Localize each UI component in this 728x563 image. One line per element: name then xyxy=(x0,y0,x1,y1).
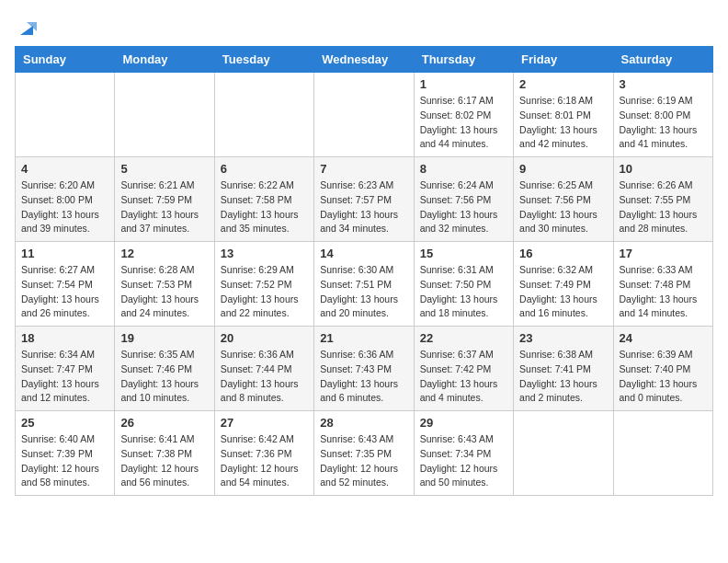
calendar-cell: 4Sunrise: 6:20 AMSunset: 8:00 PMDaylight… xyxy=(16,157,115,242)
calendar-cell: 19Sunrise: 6:35 AMSunset: 7:46 PMDayligh… xyxy=(115,327,214,411)
calendar-cell: 20Sunrise: 6:36 AMSunset: 7:44 PMDayligh… xyxy=(214,327,313,411)
calendar-cell: 10Sunrise: 6:26 AMSunset: 7:55 PMDayligh… xyxy=(613,157,712,242)
calendar-cell: 24Sunrise: 6:39 AMSunset: 7:40 PMDayligh… xyxy=(613,327,712,411)
calendar-cell xyxy=(613,411,712,496)
day-info: Sunrise: 6:38 AMSunset: 7:41 PMDaylight:… xyxy=(519,348,607,406)
day-number: 25 xyxy=(21,416,108,430)
calendar-cell: 3Sunrise: 6:19 AMSunset: 8:00 PMDaylight… xyxy=(613,73,712,157)
day-info: Sunrise: 6:40 AMSunset: 7:39 PMDaylight:… xyxy=(21,432,108,490)
day-info: Sunrise: 6:30 AMSunset: 7:51 PMDaylight:… xyxy=(320,263,407,321)
calendar-cell xyxy=(514,411,613,496)
calendar-cell: 18Sunrise: 6:34 AMSunset: 7:47 PMDayligh… xyxy=(16,327,115,411)
day-info: Sunrise: 6:20 AMSunset: 8:00 PMDaylight:… xyxy=(21,178,108,236)
calendar-cell: 21Sunrise: 6:36 AMSunset: 7:43 PMDayligh… xyxy=(314,327,414,411)
calendar-cell: 15Sunrise: 6:31 AMSunset: 7:50 PMDayligh… xyxy=(414,242,513,327)
calendar-cell: 12Sunrise: 6:28 AMSunset: 7:53 PMDayligh… xyxy=(115,242,214,327)
day-number: 3 xyxy=(620,77,707,91)
weekday-header-thursday: Thursday xyxy=(414,47,513,73)
calendar-cell: 23Sunrise: 6:38 AMSunset: 7:41 PMDayligh… xyxy=(514,327,613,411)
day-info: Sunrise: 6:17 AMSunset: 8:02 PMDaylight:… xyxy=(420,94,507,152)
day-info: Sunrise: 6:36 AMSunset: 7:43 PMDaylight:… xyxy=(320,348,407,406)
day-number: 6 xyxy=(221,162,308,176)
day-number: 1 xyxy=(420,77,507,91)
day-number: 15 xyxy=(420,247,507,260)
calendar-cell: 27Sunrise: 6:42 AMSunset: 7:36 PMDayligh… xyxy=(214,411,313,496)
day-info: Sunrise: 6:23 AMSunset: 7:57 PMDaylight:… xyxy=(320,178,407,236)
day-info: Sunrise: 6:29 AMSunset: 7:52 PMDaylight:… xyxy=(221,263,308,321)
weekday-header-sunday: Sunday xyxy=(16,47,115,73)
day-number: 19 xyxy=(120,331,208,345)
calendar-cell: 2Sunrise: 6:18 AMSunset: 8:01 PMDaylight… xyxy=(514,73,613,157)
day-info: Sunrise: 6:34 AMSunset: 7:47 PMDaylight:… xyxy=(21,348,108,406)
day-number: 14 xyxy=(320,247,407,260)
day-number: 12 xyxy=(120,247,208,260)
day-number: 10 xyxy=(620,162,707,176)
day-number: 26 xyxy=(120,416,208,430)
day-info: Sunrise: 6:31 AMSunset: 7:50 PMDaylight:… xyxy=(420,263,507,321)
week-row-1: 1Sunrise: 6:17 AMSunset: 8:02 PMDaylight… xyxy=(16,73,713,157)
week-row-2: 4Sunrise: 6:20 AMSunset: 8:00 PMDaylight… xyxy=(16,157,713,242)
calendar-cell: 14Sunrise: 6:30 AMSunset: 7:51 PMDayligh… xyxy=(314,242,414,327)
day-info: Sunrise: 6:39 AMSunset: 7:40 PMDaylight:… xyxy=(620,348,707,406)
weekday-header-wednesday: Wednesday xyxy=(314,47,414,73)
calendar-cell: 17Sunrise: 6:33 AMSunset: 7:48 PMDayligh… xyxy=(613,242,712,327)
day-number: 22 xyxy=(420,331,507,345)
calendar-cell: 7Sunrise: 6:23 AMSunset: 7:57 PMDaylight… xyxy=(314,157,414,242)
day-info: Sunrise: 6:41 AMSunset: 7:38 PMDaylight:… xyxy=(120,432,208,490)
day-number: 9 xyxy=(519,162,607,176)
calendar-cell xyxy=(115,73,214,157)
weekday-header-monday: Monday xyxy=(115,47,214,73)
day-info: Sunrise: 6:42 AMSunset: 7:36 PMDaylight:… xyxy=(221,432,308,490)
day-info: Sunrise: 6:24 AMSunset: 7:56 PMDaylight:… xyxy=(420,178,507,236)
day-number: 13 xyxy=(221,247,308,260)
day-info: Sunrise: 6:27 AMSunset: 7:54 PMDaylight:… xyxy=(21,263,108,321)
day-number: 27 xyxy=(221,416,308,430)
calendar-cell: 11Sunrise: 6:27 AMSunset: 7:54 PMDayligh… xyxy=(16,242,115,327)
page-header xyxy=(15,15,713,39)
calendar-cell: 22Sunrise: 6:37 AMSunset: 7:42 PMDayligh… xyxy=(414,327,513,411)
day-number: 4 xyxy=(21,162,108,176)
day-info: Sunrise: 6:35 AMSunset: 7:46 PMDaylight:… xyxy=(120,348,208,406)
weekday-header-tuesday: Tuesday xyxy=(214,47,313,73)
day-number: 24 xyxy=(620,331,707,345)
day-info: Sunrise: 6:36 AMSunset: 7:44 PMDaylight:… xyxy=(221,348,308,406)
calendar-cell: 28Sunrise: 6:43 AMSunset: 7:35 PMDayligh… xyxy=(314,411,414,496)
day-info: Sunrise: 6:32 AMSunset: 7:49 PMDaylight:… xyxy=(519,263,607,321)
day-number: 2 xyxy=(519,77,607,91)
calendar-cell: 16Sunrise: 6:32 AMSunset: 7:49 PMDayligh… xyxy=(514,242,613,327)
logo xyxy=(15,18,37,39)
calendar-cell xyxy=(16,73,115,157)
day-number: 17 xyxy=(620,247,707,260)
week-row-4: 18Sunrise: 6:34 AMSunset: 7:47 PMDayligh… xyxy=(16,327,713,411)
logo-icon xyxy=(17,18,37,39)
day-info: Sunrise: 6:19 AMSunset: 8:00 PMDaylight:… xyxy=(620,94,707,152)
day-number: 29 xyxy=(420,416,507,430)
day-number: 11 xyxy=(21,247,108,260)
day-number: 16 xyxy=(519,247,607,260)
calendar-cell: 8Sunrise: 6:24 AMSunset: 7:56 PMDaylight… xyxy=(414,157,513,242)
day-number: 7 xyxy=(320,162,407,176)
calendar-cell: 29Sunrise: 6:43 AMSunset: 7:34 PMDayligh… xyxy=(414,411,513,496)
day-info: Sunrise: 6:25 AMSunset: 7:56 PMDaylight:… xyxy=(519,178,607,236)
day-info: Sunrise: 6:28 AMSunset: 7:53 PMDaylight:… xyxy=(120,263,208,321)
day-info: Sunrise: 6:43 AMSunset: 7:34 PMDaylight:… xyxy=(420,432,507,490)
week-row-5: 25Sunrise: 6:40 AMSunset: 7:39 PMDayligh… xyxy=(16,411,713,496)
calendar-cell xyxy=(314,73,414,157)
calendar-cell: 25Sunrise: 6:40 AMSunset: 7:39 PMDayligh… xyxy=(16,411,115,496)
day-number: 18 xyxy=(21,331,108,345)
calendar-cell: 5Sunrise: 6:21 AMSunset: 7:59 PMDaylight… xyxy=(115,157,214,242)
calendar-cell: 26Sunrise: 6:41 AMSunset: 7:38 PMDayligh… xyxy=(115,411,214,496)
svg-marker-0 xyxy=(20,26,33,35)
calendar-cell: 6Sunrise: 6:22 AMSunset: 7:58 PMDaylight… xyxy=(214,157,313,242)
day-info: Sunrise: 6:33 AMSunset: 7:48 PMDaylight:… xyxy=(620,263,707,321)
day-info: Sunrise: 6:18 AMSunset: 8:01 PMDaylight:… xyxy=(519,94,607,152)
day-number: 23 xyxy=(519,331,607,345)
calendar-cell: 1Sunrise: 6:17 AMSunset: 8:02 PMDaylight… xyxy=(414,73,513,157)
day-number: 28 xyxy=(320,416,407,430)
week-row-3: 11Sunrise: 6:27 AMSunset: 7:54 PMDayligh… xyxy=(16,242,713,327)
day-info: Sunrise: 6:37 AMSunset: 7:42 PMDaylight:… xyxy=(420,348,507,406)
weekday-header-friday: Friday xyxy=(514,47,613,73)
weekday-header-saturday: Saturday xyxy=(613,47,712,73)
calendar-cell xyxy=(214,73,313,157)
day-info: Sunrise: 6:21 AMSunset: 7:59 PMDaylight:… xyxy=(120,178,208,236)
